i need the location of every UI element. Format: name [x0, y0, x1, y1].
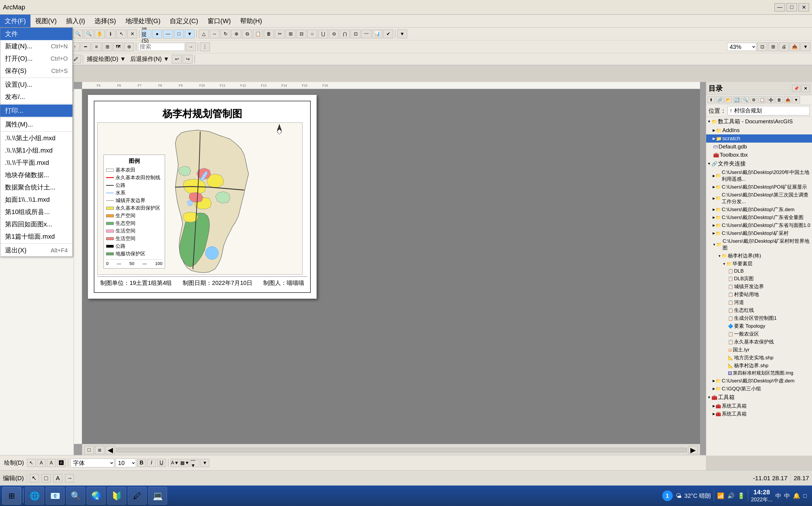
menu-new[interactable]: 新建(N)... Ctrl+N [0, 40, 72, 53]
taskbar-green-app[interactable]: 🔰 [107, 487, 126, 505]
menu-exit[interactable]: 退出(X) Alt+F4 [0, 244, 72, 256]
tree-ecology-line[interactable]: 📋 生态红线 [706, 306, 812, 314]
tree-toolbox-tbx[interactable]: 🧰 Toolbox.tbx [706, 151, 812, 159]
scroll-left-btn[interactable]: ◀ [106, 446, 115, 454]
minimize-button[interactable]: — [774, 3, 785, 11]
ct-btn-5[interactable]: 🔍 [741, 96, 749, 103]
text-tool[interactable]: A [37, 459, 46, 467]
location-input[interactable]: ↑ 村综合规划 [728, 106, 810, 115]
h-scrollbar[interactable] [116, 448, 687, 452]
tree-c3[interactable]: ▶ 📁 C:\Users\戴尔\Desktop\第三次国土调查工作分发... [706, 191, 812, 205]
snapping-btn[interactable]: 捕捉(S) [141, 29, 151, 38]
intersect-btn[interactable]: ⋂ [340, 29, 350, 38]
tree-dlb[interactable]: 📋 DLB [706, 268, 812, 275]
catalog-pin-btn[interactable]: 📌 [792, 85, 800, 92]
move-btn[interactable]: ↔ [210, 29, 219, 38]
tree-c8[interactable]: ▼ 📁 C:\Users\戴尔\Desktop\矿采村时世界地图 [706, 237, 812, 252]
tree-sys-toolbox-1[interactable]: ▶ 🧰 系统工具箱 [706, 402, 812, 410]
zoom-in-btn[interactable]: 🔍 [73, 29, 83, 38]
tree-c1[interactable]: ▶ 📁 C:\Users\戴尔\Desktop\2020年中国土地利用遥感... [706, 168, 812, 183]
recent-4[interactable]: 地块存储数据... [0, 169, 72, 181]
tray-action-center[interactable]: □ [803, 493, 807, 499]
attr-btn[interactable]: 📊 [372, 29, 382, 38]
recent-7[interactable]: 第10组或所县... [0, 206, 72, 218]
go-btn[interactable]: → [186, 43, 196, 51]
scale-btn[interactable]: ⊕ [231, 29, 241, 38]
status-tool2[interactable]: A [53, 474, 62, 482]
ct-btn-11[interactable]: ▼ [792, 96, 800, 103]
tree-workbox[interactable]: ▼ 📁 数工具箱 - Documents\ArcGIS [706, 117, 812, 126]
tree-agri-zone[interactable]: 📋 一般农业区 [706, 330, 812, 338]
tree-farmland-protect[interactable]: 📋 永久基本农保护线 [706, 338, 812, 346]
cut-btn[interactable]: ✂ [275, 29, 285, 38]
zoom-out-btn[interactable]: 🔍 [84, 29, 94, 38]
validate-btn[interactable]: ✔ [383, 29, 393, 38]
menu-geoprocessing[interactable]: 地理处理(G) [121, 15, 165, 27]
menu-file[interactable]: 文件(F) [0, 15, 30, 27]
tree-urban-boundary[interactable]: 📋 城镇开发边界 [706, 282, 812, 290]
tree-c10[interactable]: ▶ 📁 C:\GQQ\第三小组 [706, 385, 812, 393]
menu-publish[interactable]: 发布/... [0, 91, 72, 103]
legend-btn[interactable]: ≡ [91, 43, 102, 51]
ct-btn-7[interactable]: 📋 [758, 96, 766, 103]
text-style-btn[interactable]: 🅰 [57, 459, 66, 467]
grid-btn[interactable]: ⊞ [102, 43, 112, 51]
menu-print[interactable]: 打印... [0, 104, 72, 117]
ct-btn-4[interactable]: 🔄 [733, 96, 740, 103]
bold-btn[interactable]: B [137, 459, 146, 467]
taskbar-search[interactable]: 🔍 [66, 487, 85, 505]
menu-props[interactable]: 属性(M)... [0, 118, 72, 131]
merge-btn[interactable]: ⊞ [285, 29, 295, 38]
ct-btn-1[interactable]: ⬆ [707, 96, 715, 103]
delete-btn[interactable]: 🗑 [264, 29, 274, 38]
snap-edge-btn[interactable]: — [163, 29, 173, 38]
recent-8[interactable]: 第四回如面图x... [0, 218, 72, 231]
ct-btn-2[interactable]: 🔗 [716, 96, 724, 103]
copy-btn[interactable]: ⧉ [242, 29, 252, 38]
recent-9[interactable]: 第1篇十组面.mxd [0, 231, 72, 243]
pan-btn[interactable]: ✋ [95, 29, 105, 38]
tray-notification[interactable]: 🔔 [793, 492, 800, 499]
maximize-button[interactable]: □ [787, 3, 797, 11]
more-btn2[interactable]: ⋮ [200, 43, 210, 51]
underline-btn[interactable]: U [157, 459, 166, 467]
edit-vertices-btn[interactable]: △ [199, 29, 209, 38]
taskbar-pen-app[interactable]: 🖊 [128, 487, 147, 505]
trace-btn[interactable]: 〰 [361, 29, 371, 38]
ct-btn-6[interactable]: ⚙ [750, 96, 757, 103]
recent-1[interactable]: .\\.\\第土小组.mxd [0, 132, 72, 144]
taskbar-browser[interactable]: 🌐 [25, 487, 44, 505]
font-select[interactable]: 字体 [70, 458, 114, 467]
clip-btn[interactable]: ⊡ [351, 29, 360, 38]
clock-display[interactable]: 14:28 2022年... [751, 489, 772, 503]
tree-default-gdb[interactable]: 🗃 Default.gdb [706, 143, 812, 151]
scale-select[interactable]: 43% [727, 43, 756, 51]
tree-folder-connections[interactable]: ▼ 🔗 文件夹连接 [706, 159, 812, 168]
select-btn[interactable]: ↖ [116, 29, 126, 38]
tree-village-land[interactable]: 📋 村委站用地 [706, 290, 812, 299]
fill-color-btn[interactable]: ▩▼ [181, 459, 189, 467]
menu-view[interactable]: 视图(V) [30, 15, 61, 27]
snap-vert-btn[interactable]: □ [174, 29, 184, 38]
scroll-right-btn[interactable]: ▶ [688, 446, 698, 454]
tree-topology[interactable]: 🔷 要素 Topology [706, 322, 812, 330]
menu-customize[interactable]: 自定义(C) [165, 15, 203, 27]
paste-btn[interactable]: 📋 [253, 29, 263, 38]
tree-zone-control[interactable]: 📋 生成分区管控制图1 [706, 314, 812, 322]
tree-c5[interactable]: ▶ 📁 C:\Users\戴尔\Desktop\广东省全量图 [706, 214, 812, 222]
font-size-select[interactable]: 10 [116, 458, 136, 467]
data-view-btn[interactable]: ⊞ [95, 446, 105, 454]
status-arrow[interactable]: ↖ [30, 474, 39, 482]
print-btn[interactable]: 🖨 [779, 43, 789, 51]
overview-btn[interactable]: 🗺 [113, 43, 123, 51]
layout-view-btn[interactable]: □ [84, 446, 94, 454]
menu-save[interactable]: 保存(S) Ctrl+S [0, 65, 72, 77]
snap-more-btn[interactable]: ▼ [185, 29, 195, 38]
identify-btn[interactable]: ℹ [106, 29, 116, 38]
recent-3[interactable]: .\\.\\千平面.mxd [0, 157, 72, 169]
start-button[interactable]: ⊞ [2, 487, 21, 505]
tree-c9[interactable]: ▶ 📁 C:\Users\戴尔\Desktop\中虚.dem [706, 377, 812, 385]
zoom-full-btn[interactable]: ⊞ [768, 43, 778, 51]
taskbar-map-app[interactable]: 🌏 [87, 487, 106, 505]
menu-settings[interactable]: 设置(U)... [0, 78, 72, 91]
